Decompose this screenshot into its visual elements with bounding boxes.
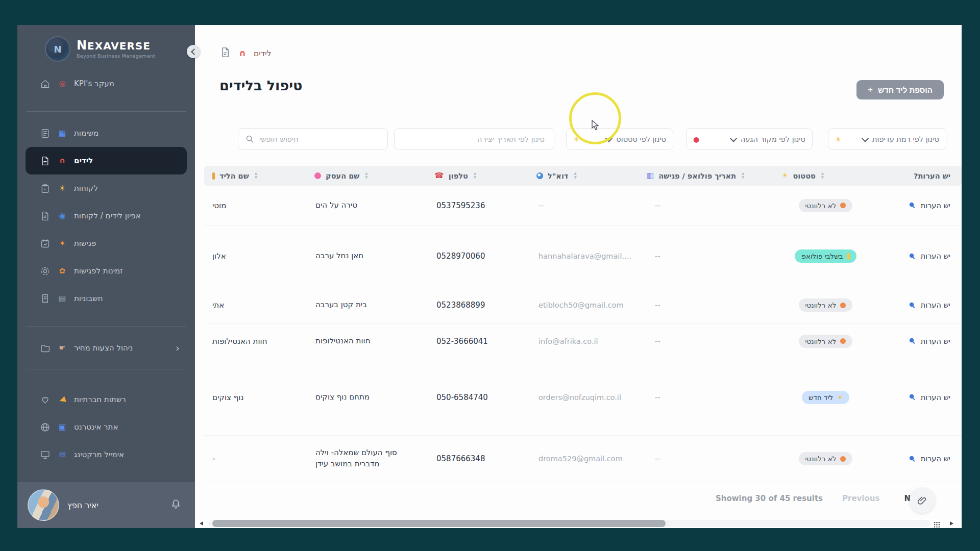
sidebar-item-profiling[interactable]: ◉ אפיון לידים / לקוחות [26,202,187,230]
brand-tagline: Beyond Business Management [77,53,155,59]
notes-cell[interactable]: יש הערות [878,252,962,261]
column-header-phone[interactable]: ☎ טלפון [426,172,528,180]
previous-page-button[interactable]: Previous [842,494,879,503]
table-row[interactable]: - סוף העולם שמאלה- וילה מדברית במושב עיד… [204,436,962,482]
avatar[interactable] [28,489,59,521]
sort-icon[interactable] [742,172,744,180]
sidebar-item-quotes[interactable]: ☛ ניהול הצעות מחיר › [26,334,187,362]
receipt-icon [40,293,51,304]
sidebar-collapse-button[interactable] [187,45,200,58]
magnifier-icon [908,393,917,402]
sidebar-item-social[interactable]: ◀ רשתות חברתיות [26,386,187,413]
phone-cell: 0528970060 [426,252,528,261]
table-row[interactable]: חוות האנטילופות חוות האנטילופות 052-3666… [204,323,962,359]
creation-date-filter-input[interactable] [403,135,546,144]
target-rings-icon [40,266,51,277]
divider [27,369,186,369]
sidebar-item-label: מעקב KPI's [74,79,114,88]
sidebar-item-availability[interactable]: ✿ זמינות לפגישות [26,257,187,285]
followup-cell: -- [636,300,773,310]
sort-icon[interactable] [821,172,824,180]
lead-name-cell: נוף צוקים [204,393,306,402]
status-cell: לא רלוונטי [773,452,878,465]
date-filter-wrap [394,128,554,150]
sidebar-item-kpi[interactable]: ◎ מעקב KPI's [26,70,187,97]
user-name: יאיר חפץ [67,500,162,510]
notifications-bell-icon[interactable] [170,498,182,512]
source-filter-select[interactable]: ● סינון לפי מקור הגעה [686,128,813,150]
sun-icon: ☀ [781,172,788,180]
sidebar-item-label: רשתות חברתיות [74,395,126,404]
notes-cell[interactable]: יש הערות [878,393,962,402]
column-header-lead[interactable]: שם הליד [204,172,306,180]
bookmark-icon: ▤ [57,295,67,303]
status-badge: לא רלוונטי [799,298,853,312]
file-icon [40,156,51,166]
magnifier-icon [908,201,917,210]
status-cell: לא רלוונטי [773,199,878,212]
table-row[interactable]: אתי בית קטן בערבה 0523868899 etibloch50@… [204,287,962,323]
heart-icon [40,394,51,405]
sidebar-item-tasks[interactable]: ▦ משימות [26,119,187,147]
scroll-left-arrow-icon[interactable] [200,521,203,525]
phone-cell: 0537595236 [426,201,528,210]
attachment-fab-button[interactable] [910,488,935,513]
column-header-status[interactable]: ☀ סטטוס [773,172,878,180]
breadcrumb-label[interactable]: לידים [254,49,272,58]
chevron-left-icon [191,48,198,55]
sidebar-item-meetings[interactable]: ✦ פגישות [26,230,187,257]
status-badge: ☀ליד חדש [802,391,849,404]
search-input[interactable] [258,135,381,144]
magnet-icon: ∩ [237,49,248,58]
sidebar-item-leads[interactable]: ∩ לידים [26,147,187,174]
table-row[interactable]: נוף צוקים מתחם נוף צוקים 050-6584740 ord… [204,359,962,436]
app-window: N NEXAVERSE Beyond Business Management ◎… [17,25,962,528]
breadcrumb: ∩ לידים [219,46,962,60]
sidebar-item-customers[interactable]: ☀ לקוחות [26,174,187,202]
sort-icon[interactable] [255,172,257,180]
sun-icon: ☀ [573,136,580,143]
paperclip-icon [917,495,928,506]
sun-icon: ☀ [837,394,843,400]
megaphone-icon: ◀ [56,394,68,405]
notes-cell[interactable]: יש הערות [878,201,962,210]
user-profile-bar[interactable]: יאיר חפץ [17,482,195,528]
leads-table: מוטי טירה על הים 0537595236 -- -- לא רלו… [204,186,962,482]
status-filter-select[interactable]: ☀ סינון לפי סטטוס [566,128,673,150]
status-cell: בשלבי פולואפ [773,249,878,263]
calendar-check-icon [40,238,51,249]
column-header-notes[interactable]: יש הערות? [878,172,962,180]
followup-cell: -- [636,393,773,402]
sidebar-item-website[interactable]: ▣ אתר אינטרנט [26,413,187,441]
sidebar-item-label: פגישות [74,239,96,248]
business-name-cell: סוף העולם שמאלה- וילה מדברית במושב עידן [306,447,415,470]
sidebar-item-label: לידים [74,156,93,165]
priority-filter-select[interactable]: ☀ סינון לפי רמת עדיפות [828,128,946,150]
sort-icon[interactable] [574,172,576,180]
add-lead-button[interactable]: הוספת ליד חדש + [856,80,944,99]
sidebar-item-invoices[interactable]: ▤ חשבוניות [26,285,187,312]
sort-icon[interactable] [474,172,476,180]
pin-ball-icon: ◉ [57,212,67,220]
sidebar-item-label: אתר אינטרנט [74,422,118,432]
magnifier-icon [908,301,917,310]
business-name-cell: מתחם נוף צוקים [306,392,415,403]
sort-icon[interactable] [365,172,368,180]
grid-dots-icon[interactable] [934,520,940,528]
search-input-wrap [238,128,388,150]
table-row[interactable]: אלון חאן נחל ערבה 0528970060 hannahalara… [204,226,962,287]
column-header-business[interactable]: שם העסק [306,172,426,180]
scroll-right-arrow-icon[interactable] [950,521,953,525]
candle-icon [212,172,215,180]
notes-cell[interactable]: יש הערות [878,337,962,345]
table-row[interactable]: מוטי טירה על הים 0537595236 -- -- לא רלו… [204,186,962,226]
chevron-down-icon [605,135,612,142]
scrollbar-thumb[interactable] [212,520,666,527]
column-header-email[interactable]: דוא"ל [528,172,636,180]
monitor-icon [40,449,51,460]
status-badge: לא רלוונטי [799,452,853,465]
sidebar-item-email-marketing[interactable]: ✉ אימייל מרקטינג [26,441,187,468]
column-header-followup[interactable]: ▥ תאריך פולואפ / פגישה [636,172,773,180]
notes-cell[interactable]: יש הערות [878,301,962,310]
notes-cell[interactable]: יש הערות [878,455,962,463]
